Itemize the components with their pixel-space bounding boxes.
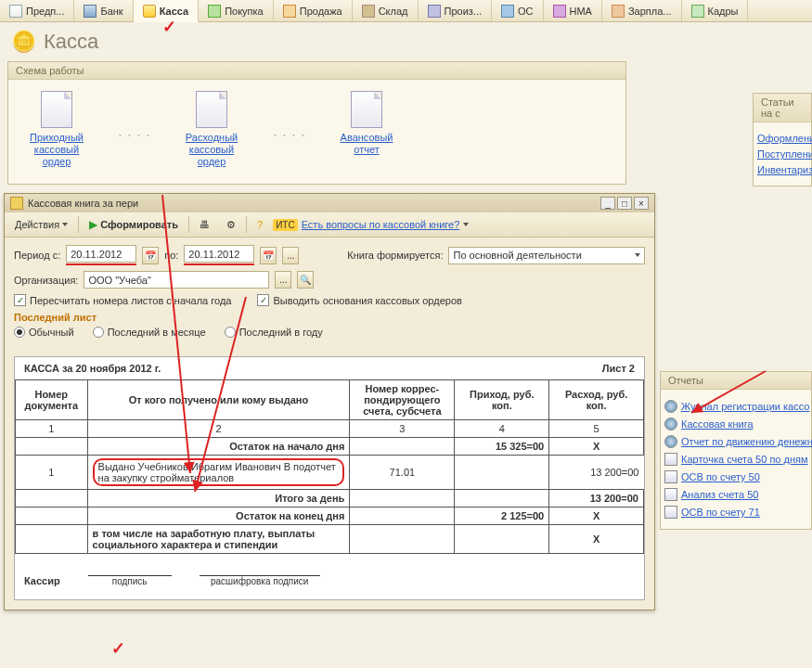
tab-label: Продажа xyxy=(300,6,342,17)
scheme-link[interactable]: Авансовый отчет xyxy=(333,132,400,156)
table-icon xyxy=(664,470,677,483)
buy-icon xyxy=(208,5,221,18)
tab-bank[interactable]: Банк xyxy=(74,0,133,21)
section-tabs: Предп... Банк Касса Покупка Продажа Скла… xyxy=(0,0,812,22)
recount-checkbox[interactable]: Пересчитать номера листов с начала года xyxy=(14,294,231,306)
salary-icon xyxy=(612,5,625,18)
tab-stock[interactable]: Склад xyxy=(353,0,419,21)
side-link[interactable]: Инвентаризац организации xyxy=(757,164,807,175)
report-link-cashflow[interactable]: Отчет по движению денежн xyxy=(664,435,807,448)
faq-link[interactable]: Есть вопросы по кассовой книге? xyxy=(302,219,460,230)
calendar-button[interactable]: 📅 xyxy=(260,247,277,264)
prod-icon xyxy=(428,5,441,18)
scheme-item-advance-report[interactable]: Авансовый отчет xyxy=(333,91,400,156)
its-badge: ИТС xyxy=(273,219,298,231)
radio-year[interactable]: Последний в году xyxy=(225,327,323,338)
report-link-journal[interactable]: Журнал регистрации кассо xyxy=(664,400,807,413)
maximize-button[interactable]: □ xyxy=(617,197,632,210)
date-to-input[interactable]: 20.11.2012 xyxy=(184,245,254,263)
close-button[interactable]: × xyxy=(634,197,649,210)
date-from-input[interactable]: 20.11.2012 xyxy=(66,245,136,263)
sheet-number: Лист 2 xyxy=(602,363,635,374)
tab-label: Касса xyxy=(160,6,188,17)
period-picker-button[interactable]: ... xyxy=(282,247,299,264)
panel-title: Схема работы xyxy=(8,62,625,80)
minimize-button[interactable]: _ xyxy=(600,197,615,210)
tab-sale[interactable]: Продажа xyxy=(274,0,353,21)
tab-os[interactable]: ОС xyxy=(492,0,544,21)
report-link-cashbook[interactable]: Кассовая книга xyxy=(664,418,807,430)
signature-line xyxy=(200,561,320,576)
tab-hr[interactable]: Кадры xyxy=(682,0,749,21)
report-table: Номер документа От кого получено или ком… xyxy=(15,379,644,554)
side-links: Оформление ордера Поступление Инвентариз… xyxy=(754,122,811,186)
report-link-osv50[interactable]: ОСВ по счету 50 xyxy=(664,470,807,483)
checkbox-icon xyxy=(257,294,269,306)
scheme-item-income-order[interactable]: Приходный кассовый ордер xyxy=(23,91,90,169)
document-icon xyxy=(351,91,382,128)
cash-icon xyxy=(143,5,156,18)
table-num-row: 1 2 3 4 5 xyxy=(16,420,644,438)
organization-input[interactable]: ООО "Учеба" xyxy=(84,271,269,289)
tab-cash[interactable]: Касса xyxy=(134,0,199,22)
day-total-row: Итого за день 13 200=00 xyxy=(16,490,644,507)
org-select-button[interactable]: 🔍 xyxy=(297,271,314,289)
settings-button[interactable]: ⚙ xyxy=(220,216,242,234)
book-type-select[interactable]: По основной деятельности xyxy=(448,247,645,264)
org-picker-button[interactable]: ... xyxy=(275,271,291,289)
report-link-analysis50[interactable]: Анализ счета 50 xyxy=(664,488,807,501)
side-link[interactable]: Поступление xyxy=(757,148,807,160)
print-button[interactable]: 🖶 xyxy=(193,216,216,233)
window-controls: _ □ × xyxy=(600,197,649,210)
radio-month[interactable]: Последний в месяце xyxy=(93,327,206,338)
window-icon xyxy=(10,197,23,210)
panel-title: Статьи на с xyxy=(754,94,811,122)
side-link[interactable]: Оформление ордера xyxy=(757,133,807,144)
stock-icon xyxy=(362,5,375,18)
tab-salary[interactable]: Зарпла... xyxy=(602,0,682,21)
checkbox-icon xyxy=(14,294,26,306)
book-label: Книга формируется: xyxy=(347,250,443,261)
to-label: по: xyxy=(164,250,178,261)
calendar-button[interactable]: 📅 xyxy=(142,247,159,264)
report-link-osv71[interactable]: ОСВ по счету 71 xyxy=(664,506,807,519)
actions-menu[interactable]: Действия xyxy=(8,216,74,233)
window-titlebar[interactable]: Кассовая книга за пери _ □ × xyxy=(5,194,654,212)
table-icon xyxy=(664,453,677,466)
tab-label: Кадры xyxy=(708,6,739,17)
tab-enterprise[interactable]: Предп... xyxy=(0,0,74,21)
page-header: 🪙 Касса xyxy=(0,22,812,61)
chevron-down-icon xyxy=(635,253,640,257)
report-link-card50[interactable]: Карточка счета 50 по дням xyxy=(664,453,807,466)
scheme-link[interactable]: Расходный кассовый ордер xyxy=(178,132,245,169)
form-button[interactable]: ▶ Сформировать xyxy=(83,215,185,234)
including-row: в том числе на заработную плату, выплаты… xyxy=(16,525,644,554)
org-label: Организация: xyxy=(14,275,78,286)
help-button[interactable]: ? xyxy=(251,216,269,233)
doc-icon xyxy=(9,5,22,18)
table-icon xyxy=(664,506,677,519)
scheme-link[interactable]: Приходный кассовый ордер xyxy=(23,132,90,169)
scheme-item-expense-order[interactable]: Расходный кассовый ордер xyxy=(178,91,245,169)
radio-icon xyxy=(93,327,104,338)
flow-dots: · · · · xyxy=(118,125,150,145)
tab-label: Предп... xyxy=(26,6,64,17)
play-icon: ▶ xyxy=(89,218,97,231)
globe-icon xyxy=(664,418,677,430)
document-icon xyxy=(196,91,227,128)
radio-usual[interactable]: Обычный xyxy=(14,327,74,338)
radio-icon xyxy=(225,327,236,338)
reports-panel: Отчеты Журнал регистрации кассо Кассовая… xyxy=(660,371,812,530)
show-basis-checkbox[interactable]: Выводить основания кассовых ордеров xyxy=(257,294,461,306)
help-icon: ? xyxy=(257,219,263,230)
cashbook-window: Кассовая книга за пери _ □ × Действия ▶ … xyxy=(4,193,655,610)
tab-nma[interactable]: НМА xyxy=(544,0,602,21)
os-icon xyxy=(501,5,514,18)
scheme-body: Приходный кассовый ордер · · · · Расходн… xyxy=(8,80,625,184)
operation-text: Выдано Учебников Ибрагим Иванович В подо… xyxy=(87,456,350,490)
globe-icon xyxy=(664,435,677,448)
tab-purchase[interactable]: Покупка xyxy=(199,0,274,21)
panel-title: Отчеты xyxy=(661,372,811,390)
tab-production[interactable]: Произ... xyxy=(419,0,493,21)
cashier-label: Кассир xyxy=(24,575,60,586)
